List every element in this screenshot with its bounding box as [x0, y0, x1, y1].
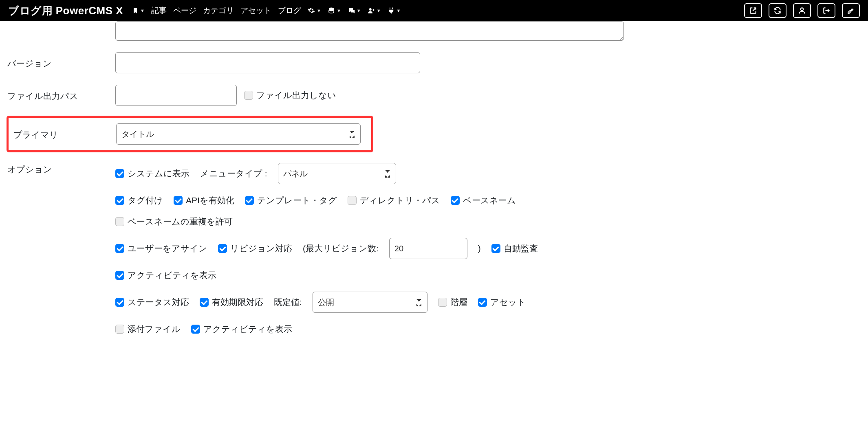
chk-tagging[interactable]: タグ付け [115, 195, 163, 206]
label-version: バージョン [7, 56, 115, 69]
checkbox-icon [491, 244, 500, 253]
database-icon [328, 7, 335, 14]
chk-attachment[interactable]: 添付ファイル [115, 323, 181, 335]
caret-down-icon: ▼ [357, 8, 361, 13]
checkbox-icon [218, 244, 227, 253]
chk-template-tag[interactable]: テンプレート・タグ [245, 195, 337, 206]
user-plus-icon [368, 7, 375, 14]
filepath-input[interactable] [115, 85, 237, 106]
checkbox-icon [478, 298, 487, 307]
row-options: オプション システムに表示 メニュータイプ : パネル タグ付け [7, 163, 861, 335]
empty-label [7, 21, 115, 23]
chk-expiry[interactable]: 有効期限対応 [200, 297, 263, 308]
chk-system-display[interactable]: システムに表示 [115, 168, 189, 179]
bookmark-menu[interactable]: ▼ [132, 7, 145, 14]
checkbox-icon [438, 298, 447, 307]
user-button[interactable] [793, 3, 811, 18]
primary-select[interactable]: タイトル [116, 123, 361, 145]
row-filepath: ファイル出力パス ファイル出力しない [7, 85, 861, 106]
chk-basename[interactable]: ベースネーム [451, 195, 516, 206]
caret-down-icon: ▼ [397, 8, 401, 13]
checkbox-icon [245, 196, 254, 205]
tools-button[interactable] [842, 3, 860, 18]
label-system-display: システムに表示 [128, 168, 189, 179]
database-menu[interactable]: ▼ [328, 7, 341, 14]
caret-down-icon: ▼ [337, 8, 341, 13]
user-add-menu[interactable]: ▼ [368, 7, 381, 14]
chk-activity-show[interactable]: アクティビティを表示 [115, 270, 216, 281]
comments-icon [348, 7, 355, 14]
checkbox-icon [115, 244, 124, 253]
svg-point-2 [801, 8, 804, 11]
settings-menu[interactable]: ▼ [308, 7, 321, 14]
svg-point-1 [369, 8, 371, 11]
comments-menu[interactable]: ▼ [348, 7, 361, 14]
checkbox-icon [115, 271, 124, 280]
checkbox-icon [200, 298, 209, 307]
logout-button[interactable] [817, 3, 835, 18]
checkbox-icon [348, 196, 357, 205]
plugins-menu[interactable]: ▼ [388, 7, 401, 14]
checkbox-icon [115, 217, 124, 226]
plug-icon [388, 7, 395, 14]
caret-down-icon: ▼ [377, 8, 381, 13]
max-rev-close: ) [478, 244, 481, 253]
checkbox-icon [451, 196, 460, 205]
menutype-select[interactable]: パネル [278, 163, 396, 184]
chk-asset[interactable]: アセット [478, 297, 526, 308]
row-primary-highlighted: プライマリ タイトル [7, 116, 373, 152]
default-status-select[interactable]: 公開 [313, 292, 427, 313]
label-no-output: ファイル出力しない [256, 90, 336, 101]
nav-blog[interactable]: ブログ [278, 5, 301, 16]
row-version: バージョン [7, 52, 861, 73]
description-textarea[interactable] [115, 21, 624, 41]
label-filepath: ファイル出力パス [7, 89, 115, 102]
bookmark-icon [132, 7, 139, 14]
checkbox-icon [115, 298, 124, 307]
max-rev-open: (最大リビジョン数: [303, 243, 379, 254]
caret-down-icon: ▼ [317, 8, 321, 13]
checkbox-icon [191, 325, 200, 334]
chk-api-enable[interactable]: APIを有効化 [174, 195, 234, 206]
checkbox-icon [244, 91, 253, 100]
options-container: システムに表示 メニュータイプ : パネル タグ付け APIを有効化 [115, 163, 861, 335]
refresh-button[interactable] [769, 3, 786, 18]
nav-assets[interactable]: アセット [240, 5, 271, 16]
label-menu-type: メニュータイプ : [200, 168, 267, 179]
chk-revision[interactable]: リビジョン対応 [218, 243, 292, 254]
nav-categories[interactable]: カテゴリ [203, 5, 234, 16]
label-options: オプション [7, 163, 115, 335]
chk-basename-dup[interactable]: ベースネームの重複を許可 [115, 216, 233, 227]
brand-title[interactable]: ブログ用 PowerCMS X [8, 4, 123, 18]
top-navbar: ブログ用 PowerCMS X ▼ 記事 ページ カテゴリ アセット ブログ ▼… [0, 0, 868, 21]
checkbox-icon [115, 196, 124, 205]
label-primary: プライマリ [13, 127, 116, 141]
chk-status[interactable]: ステータス対応 [115, 297, 189, 308]
external-link-button[interactable] [744, 3, 762, 18]
version-input[interactable] [115, 52, 420, 73]
label-default: 既定値: [274, 297, 302, 308]
nav-pages[interactable]: ページ [173, 5, 196, 16]
chk-hierarchy[interactable]: 階層 [438, 297, 467, 308]
chk-activity-show-2[interactable]: アクティビティを表示 [191, 323, 292, 335]
nav-articles[interactable]: 記事 [151, 5, 167, 16]
max-revision-input[interactable] [389, 238, 467, 259]
chk-directory-path[interactable]: ディレクトリ・パス [348, 195, 440, 206]
row-textarea [7, 21, 861, 41]
checkbox-icon [115, 169, 124, 178]
chk-auto-audit[interactable]: 自動監査 [491, 243, 538, 254]
checkbox-icon [115, 325, 124, 334]
chk-no-output[interactable]: ファイル出力しない [244, 90, 336, 101]
gear-icon [308, 7, 315, 14]
form-area: バージョン ファイル出力パス ファイル出力しない プライマリ タイトル オプショ… [0, 21, 868, 347]
caret-down-icon: ▼ [140, 8, 145, 13]
chk-assign-user[interactable]: ユーザーをアサイン [115, 243, 207, 254]
checkbox-icon [174, 196, 183, 205]
